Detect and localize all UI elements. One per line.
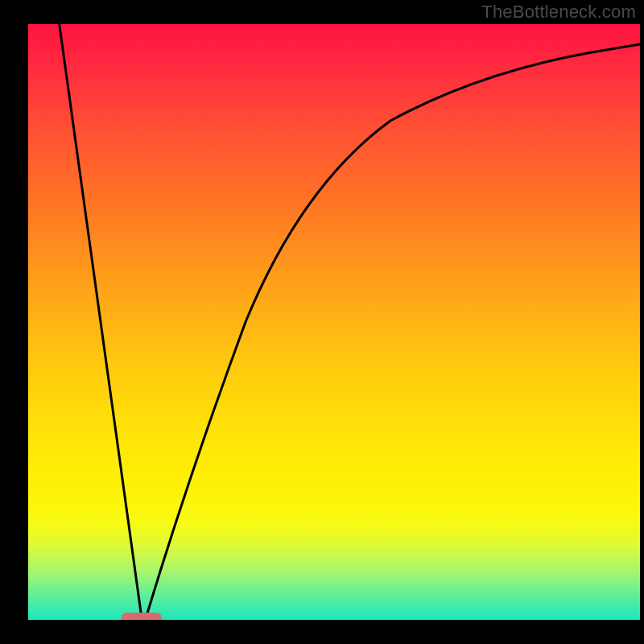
plot-area [28, 24, 640, 620]
chart-frame: TheBottleneck.com [0, 0, 644, 644]
watermark-text: TheBottleneck.com [481, 2, 636, 23]
bottleneck-curve [59, 24, 640, 616]
curve-svg [28, 24, 640, 620]
optimal-marker [122, 613, 162, 620]
